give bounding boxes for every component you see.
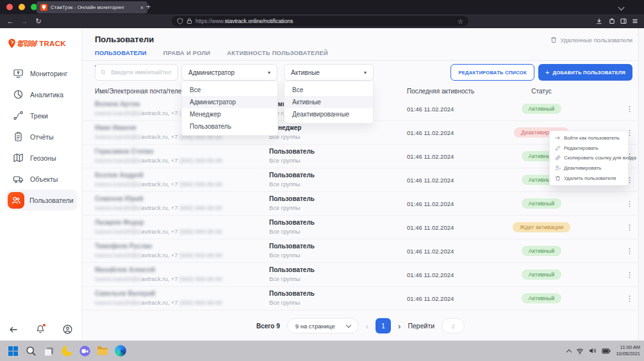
user-groups: Все группы [269, 157, 407, 164]
collapse-sidebar-icon[interactable] [9, 326, 18, 333]
context-menu-item-0[interactable]: Войти как пользователь [550, 133, 628, 143]
status-dropdown-panel: ВсеАктивныеДеактивированные [284, 81, 374, 124]
tab-activity[interactable]: АКТИВНОСТЬ ПОЛЬЗОВАТЕЛЕЙ [227, 50, 328, 65]
stavtrack-pin-icon [8, 38, 16, 49]
dropdown-option[interactable]: Менеджер [182, 108, 277, 120]
user-name: Лазарев Федор [95, 219, 269, 227]
sidebar-panels-icon[interactable] [617, 14, 630, 28]
status-badge: Активный [522, 246, 561, 256]
user-role: Пользователь [269, 266, 407, 274]
back-icon[interactable]: ← [4, 14, 17, 28]
page-number-button[interactable]: 1 [376, 318, 391, 333]
notifications-bell-icon[interactable] [36, 325, 45, 334]
user-name: Семенов Юрий [95, 195, 269, 203]
wifi-icon[interactable] [576, 348, 584, 355]
dropdown-option[interactable]: Активные [285, 96, 373, 108]
context-menu-item-2[interactable]: Скопировать ссылку для входа [550, 153, 628, 163]
user-search[interactable] [95, 64, 178, 81]
taskbar-clock[interactable]: 11:00 AM 10/05/2021 [616, 344, 640, 357]
context-menu-item-3[interactable]: Деактивировать [550, 163, 628, 173]
sidebar-item-label: Объекты [30, 175, 58, 183]
sidebar-item-reports[interactable]: Отчёты [5, 126, 78, 147]
file-explorer-icon[interactable] [95, 344, 110, 358]
per-page-select[interactable]: 9 на странице [287, 318, 359, 333]
role-dropdown-panel: ВсеАдминистраторМенеджерПользователь [181, 81, 278, 136]
page-title: Пользователи [95, 35, 154, 44]
tab-rights[interactable]: ПРАВА И РОЛИ [163, 50, 210, 65]
user-groups: Все группы [269, 134, 407, 141]
status-filter-dropdown[interactable]: Активные ▾ [284, 64, 374, 81]
new-tab-button[interactable]: + [146, 2, 151, 13]
task-view-button[interactable] [42, 344, 56, 358]
table-row: Лазарев Федор ivanov.ivan26@stavtrack.ru… [82, 216, 639, 239]
user-groups: Все группы [269, 181, 407, 188]
menu-hamburger-icon[interactable] [629, 14, 641, 28]
crescent-app-icon[interactable] [60, 344, 74, 358]
dropdown-option[interactable]: Администратор [182, 96, 277, 108]
taskbar-search-icon[interactable] [24, 344, 38, 358]
start-button[interactable] [6, 344, 20, 358]
dropdown-option[interactable]: Пользователь [182, 120, 277, 132]
sidebar-item-monitor[interactable]: Мониторинг [5, 63, 78, 84]
tab-list-chevron-icon[interactable] [618, 4, 625, 11]
tray-chevron-icon[interactable] [566, 349, 572, 354]
next-page-button[interactable]: › [398, 321, 400, 331]
last-activity: 01:46 11.02.2024 [407, 129, 503, 136]
user-name: Савельев Валерий [95, 290, 269, 298]
context-menu-item-4[interactable]: Удалить пользователя [550, 173, 628, 183]
url-bar[interactable]: https://www.stavtrack.online/notificatio… [172, 16, 468, 26]
user-role: Пользователь [269, 290, 407, 298]
row-menu-button[interactable]: ⋮ [626, 105, 639, 113]
sidebar-item-users[interactable]: Пользователи [5, 189, 78, 211]
battery-icon[interactable] [602, 348, 611, 354]
tab-close-icon[interactable]: × [140, 4, 144, 11]
search-input[interactable] [110, 68, 172, 76]
window-minimize-button[interactable] [19, 4, 25, 10]
row-menu-button[interactable]: ⋮ [626, 247, 639, 255]
row-menu-button[interactable]: ⋮ [626, 271, 639, 279]
bookmark-star-icon[interactable]: ☆ [458, 18, 463, 25]
browser-tab[interactable]: СтавТрэк - Онлайн мониторинг × [37, 1, 147, 13]
edge-browser-icon[interactable] [113, 344, 128, 358]
row-menu-button[interactable]: ⋮ [626, 200, 639, 208]
window-close-button[interactable] [6, 4, 13, 10]
goto-page-input[interactable]: 2 [442, 318, 465, 333]
scrollbar[interactable] [638, 28, 644, 341]
prev-page-button[interactable]: ‹ [366, 321, 368, 331]
profile-icon[interactable] [63, 325, 72, 334]
downloads-icon[interactable] [593, 14, 606, 28]
user-groups: Все группы [269, 229, 407, 236]
browser-toolbar: ← → ↻ https://www.stavtrack.online/notif… [0, 14, 644, 28]
shield-icon[interactable] [177, 18, 183, 24]
user-name: Тимофеев Руслан [95, 243, 269, 250]
user-contact: ivanov.ivan26@stavtrack.ru, +7 (999) 999… [95, 181, 269, 188]
extensions-icon[interactable] [606, 14, 618, 28]
user-contact: ivanov.ivan26@stavtrack.ru, +7 (999) 999… [95, 205, 269, 212]
user-name: Михайлов Алексей [95, 266, 269, 274]
user-contact: ivanov.ivan26@stavtrack.ru, +7 (999) 999… [95, 252, 269, 259]
login-arrow-icon [555, 135, 561, 141]
role-filter-dropdown[interactable]: Администратор ▾ [181, 64, 277, 81]
dropdown-option[interactable]: Деактивированные [285, 108, 373, 120]
sidebar-item-geozones[interactable]: Геозоны [5, 147, 78, 168]
dropdown-option[interactable]: Все [285, 84, 373, 96]
dropdown-option[interactable]: Все [182, 84, 277, 96]
sidebar-item-tracks[interactable]: Треки [5, 105, 78, 126]
chat-app-icon[interactable] [78, 344, 92, 358]
sidebar-item-analytics[interactable]: Аналитика [5, 84, 78, 105]
reload-icon[interactable]: ↻ [32, 14, 45, 28]
volume-icon[interactable] [589, 348, 597, 354]
deleted-users-link[interactable]: Удаленные пользователи [550, 36, 632, 44]
row-context-menu: Войти как пользователь Редактировать Ско… [549, 131, 629, 186]
user-contact: ivanov.ivan26@stavtrack.ru, +7 (999) 999… [95, 300, 269, 307]
forward-icon[interactable]: → [18, 14, 31, 28]
row-menu-button[interactable]: ⋮ [626, 294, 639, 303]
row-menu-button[interactable]: ⋮ [626, 223, 639, 232]
edit-list-button[interactable]: РЕДАКТИРОВАТЬ СПИСОК [450, 64, 534, 81]
context-menu-item-1[interactable]: Редактировать [550, 143, 628, 154]
context-menu-item-label: Редактировать [564, 145, 599, 151]
add-user-button[interactable]: + ДОБАВИТЬ ПОЛЬЗОВАТЕЛЯ [538, 64, 632, 81]
sidebar-item-label: Аналитика [30, 91, 63, 99]
last-activity: 01:46 11.02.2024 [407, 106, 503, 113]
sidebar-item-objects[interactable]: Объекты [5, 168, 78, 189]
